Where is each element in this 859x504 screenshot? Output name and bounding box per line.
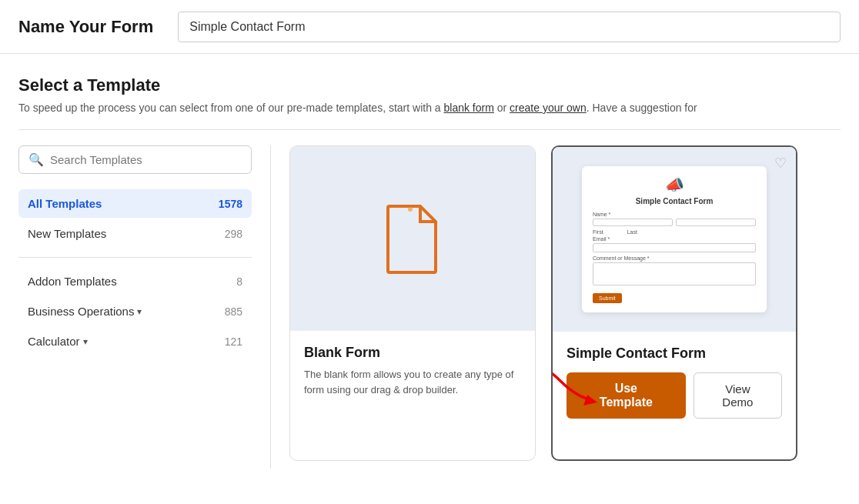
search-icon: 🔍 [28,152,44,167]
section-divider [18,129,841,130]
content-layout: 🔍 All Templates 1578 New Templates 298 A… [18,145,841,469]
section-title: Select a Template [18,75,841,95]
favorite-button[interactable]: ♡ [774,155,787,172]
mini-message-field [593,262,756,285]
form-name-input[interactable] [178,12,841,42]
templates-area: Blank Form The blank form allows you to … [271,145,841,469]
create-own-link[interactable]: create your own [510,102,587,114]
use-template-button[interactable]: Use Template [567,372,686,419]
header-bar: Name Your Form [0,0,859,54]
sidebar-item-new-templates-count: 298 [225,228,242,240]
sidebar-item-all-templates-count: 1578 [219,198,242,210]
selected-card-name: Simple Contact Form [567,345,782,362]
mini-submit-button: Submit [593,293,622,303]
sidebar-item-calculator[interactable]: Calculator ▾ 121 [18,327,252,355]
mini-last-field [676,219,756,226]
chevron-down-icon-calc: ▾ [83,336,88,347]
blank-form-card-body: Blank Form The blank form allows you to … [290,331,535,411]
card-actions: Use Template View Demo [567,372,782,419]
sidebar: 🔍 All Templates 1578 New Templates 298 A… [18,145,271,469]
sidebar-item-all-templates-label: All Templates [28,197,102,210]
view-demo-button[interactable]: View Demo [694,372,782,419]
mini-form-icon: 📣 [593,175,756,194]
blank-form-preview [290,146,535,331]
sidebar-addon-label: Addon Templates [28,275,117,288]
sidebar-business-label: Business Operations ▾ [28,305,142,318]
mini-email-field [593,243,756,252]
simple-contact-form-preview: ♡ 📣 Simple Contact Form Name * First Las [553,147,796,332]
mini-first-field [593,219,673,226]
search-input[interactable] [50,153,242,166]
sidebar-item-business-operations[interactable]: Business Operations ▾ 885 [18,297,252,325]
blank-form-icon [382,202,443,275]
mini-first-label: First Last [593,229,756,235]
selected-card-body: Simple Contact Form Use Template View De… [553,332,796,429]
search-box: 🔍 [18,145,252,174]
section-desc: To speed up the process you can select f… [18,102,841,114]
blank-form-desc: The blank form allows you to create any … [304,367,521,397]
main-content: Select a Template To speed up the proces… [0,54,859,504]
blank-form-card[interactable]: Blank Form The blank form allows you to … [289,145,536,461]
mini-message-label: Comment or Message * [593,255,756,261]
simple-contact-form-card[interactable]: ♡ 📣 Simple Contact Form Name * First Las [551,145,797,461]
sidebar-calculator-label: Calculator ▾ [28,335,88,348]
sidebar-item-all-templates[interactable]: All Templates 1578 [18,189,252,218]
sidebar-item-new-templates[interactable]: New Templates 298 [18,219,252,248]
mini-form-title: Simple Contact Form [593,197,756,205]
mini-name-row [593,219,756,226]
mini-message-row [593,262,756,285]
sidebar-business-count: 885 [225,305,242,318]
sidebar-addon-count: 8 [236,275,242,288]
sidebar-calculator-count: 121 [225,335,242,348]
blank-form-name: Blank Form [304,345,521,361]
mini-name-label: Name * [593,212,756,217]
mini-email-row [593,243,756,252]
blank-form-link[interactable]: blank form [444,102,494,114]
page-title: Name Your Form [18,17,153,37]
mini-email-label: Email * [593,236,756,242]
sidebar-divider [18,257,252,258]
mini-form-preview: 📣 Simple Contact Form Name * First Last … [582,166,767,312]
svg-point-0 [408,207,413,212]
sidebar-item-new-templates-label: New Templates [28,227,106,240]
chevron-down-icon: ▾ [137,306,142,317]
sidebar-item-addon-templates[interactable]: Addon Templates 8 [18,267,252,295]
